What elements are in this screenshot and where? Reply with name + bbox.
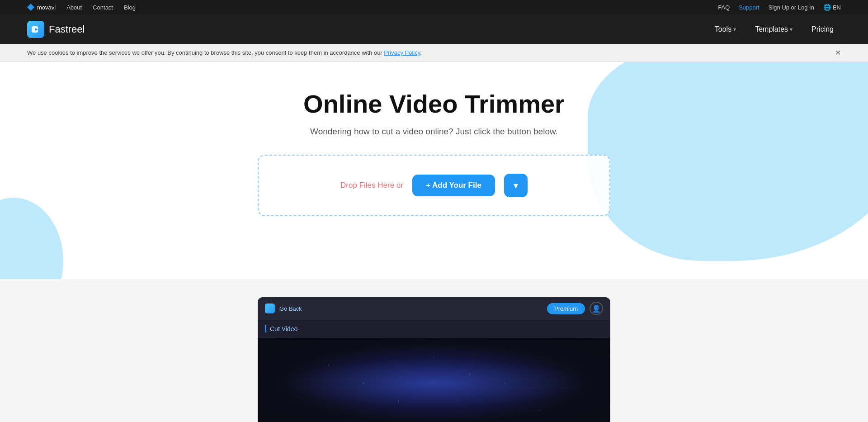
top-bar-right: FAQ Support Sign Up or Log In 🌐 EN (718, 4, 841, 11)
blog-link[interactable]: Blog (124, 4, 136, 11)
add-file-label: + Add Your File (426, 181, 481, 190)
editor-logo-icon (265, 303, 275, 313)
brand[interactable]: Fastreel (27, 21, 85, 38)
cookie-text: We use cookies to improve the services w… (27, 49, 422, 56)
main-nav: Fastreel Tools ▾ Templates ▾ Pricing (0, 14, 868, 44)
preview-section: Go Back Premium 👤 Cut Video (0, 279, 868, 422)
editor-canvas (258, 338, 610, 422)
lang-label: EN (833, 4, 841, 11)
support-link[interactable]: Support (739, 4, 760, 11)
nav-templates[interactable]: Templates ▾ (748, 22, 800, 37)
premium-button[interactable]: Premium (547, 303, 585, 314)
templates-chevron-icon: ▾ (790, 26, 793, 33)
nav-tools-label: Tools (715, 25, 731, 33)
upload-area[interactable]: Drop Files Here or + Add Your File ▾ (258, 155, 610, 216)
movavi-logo[interactable]: movavi (27, 4, 56, 11)
editor-sidebar: Cut Video (258, 320, 610, 338)
cookie-close-button[interactable]: ✕ (835, 48, 841, 57)
user-silhouette-icon: 👤 (592, 304, 601, 313)
main-nav-links: Tools ▾ Templates ▾ Pricing (708, 22, 841, 37)
nav-pricing[interactable]: Pricing (804, 22, 841, 37)
milky-way-overlay (258, 338, 610, 422)
nav-tools[interactable]: Tools ▾ (708, 22, 743, 37)
add-file-dropdown-button[interactable]: ▾ (504, 174, 528, 197)
top-bar: movavi About Contact Blog FAQ Support Si… (0, 0, 868, 14)
hero-title: Online Video Trimmer (231, 89, 637, 119)
faq-link[interactable]: FAQ (718, 4, 730, 11)
editor-topbar: Go Back Premium 👤 (258, 297, 610, 320)
nav-templates-label: Templates (755, 25, 788, 33)
chevron-down-icon: ▾ (514, 180, 518, 191)
movavi-label: movavi (37, 4, 56, 11)
add-file-button[interactable]: + Add Your File (412, 175, 495, 196)
cookie-message: We use cookies to improve the services w… (27, 49, 384, 56)
brand-name: Fastreel (49, 24, 85, 35)
editor-topbar-left: Go Back (265, 303, 302, 313)
hero-section: Online Video Trimmer Wondering how to cu… (0, 62, 868, 279)
sign-in-button[interactable]: Sign Up or Log In (769, 4, 814, 11)
editor-preview: Go Back Premium 👤 Cut Video (258, 297, 610, 422)
cookie-banner: We use cookies to improve the services w… (0, 44, 868, 62)
hero-content: Online Video Trimmer Wondering how to cu… (231, 89, 637, 155)
language-selector[interactable]: 🌐 EN (823, 4, 841, 11)
user-account-icon[interactable]: 👤 (590, 302, 603, 315)
privacy-policy-link[interactable]: Privacy Policy (384, 49, 420, 56)
go-back-link[interactable]: Go Back (279, 305, 302, 312)
cookie-suffix: . (420, 49, 422, 56)
tools-chevron-icon: ▾ (733, 26, 736, 33)
drop-files-text: Drop Files Here or (340, 181, 403, 190)
blob-bottom-left (0, 198, 63, 279)
about-link[interactable]: About (66, 4, 82, 11)
top-bar-left: movavi About Contact Blog (27, 4, 136, 11)
nav-pricing-label: Pricing (811, 25, 834, 33)
globe-icon: 🌐 (823, 4, 831, 11)
contact-link[interactable]: Contact (93, 4, 113, 11)
cut-video-label: Cut Video (265, 325, 297, 332)
movavi-logo-icon (27, 4, 34, 11)
brand-logo-icon (27, 21, 44, 38)
hero-subtitle: Wondering how to cut a video online? Jus… (231, 127, 637, 137)
